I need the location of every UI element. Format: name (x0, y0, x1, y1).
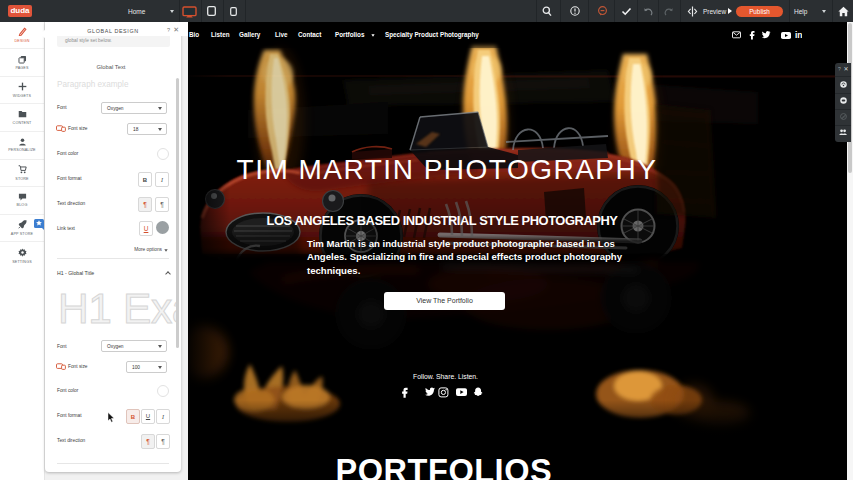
svg-text:in: in (795, 30, 802, 40)
